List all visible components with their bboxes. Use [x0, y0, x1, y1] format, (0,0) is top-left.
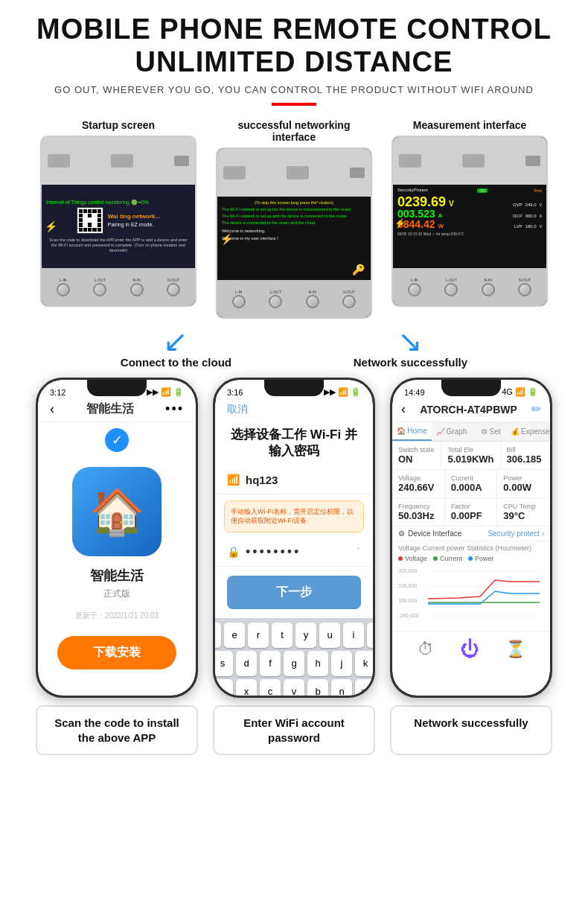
chart-title: Voltage Current power Statistics (Hourme…	[398, 544, 544, 552]
network-bottom-bar: L-IN L-OUT N-IN N-OUT	[217, 280, 371, 317]
kb-g[interactable]: g	[284, 651, 304, 676]
kb-n[interactable]: n	[331, 679, 352, 696]
knob-circle	[57, 283, 70, 296]
startup-bottom-bar: L-IN L-OUT N-IN N-OUT	[42, 268, 195, 305]
phone3-tab-set[interactable]: ⚙ Set	[471, 422, 511, 441]
security-protect-link[interactable]: Security protect ›	[488, 529, 544, 538]
phone3-network: 4G 📶 🔋	[502, 387, 538, 397]
kb-y[interactable]: y	[295, 623, 316, 648]
svg-text:300,000: 300,000	[398, 568, 417, 573]
startup-top-block1	[48, 154, 70, 168]
kb-m[interactable]: m	[355, 679, 373, 696]
kb-d[interactable]: d	[236, 651, 257, 676]
kb-row-3: ⇧ z x c v b n m ⌫	[217, 679, 371, 696]
current-cell: Current 0.000A	[445, 470, 498, 497]
kb-u[interactable]: u	[319, 623, 340, 648]
device-col-startup: Startup screen Internet of Things contro…	[36, 119, 200, 307]
phone3-chart-area: Voltage Current power Statistics (Hourme…	[392, 541, 550, 631]
knob-label: N-OUT	[519, 278, 531, 282]
phone1-app-name: 智能生活	[38, 567, 196, 585]
skip-text: (To skip this screen,long press the*+but…	[222, 200, 366, 205]
expense-tab-label: Expense	[521, 427, 550, 436]
welcome-2: Welcome to my user interface !	[222, 236, 366, 241]
network-device-frame: (To skip this screen,long press the*+but…	[216, 147, 372, 319]
factor-label: Factor	[451, 503, 491, 510]
hourglass-icon[interactable]: ⏳	[505, 640, 525, 659]
current-label: Current	[451, 474, 491, 482]
qr-c	[83, 228, 87, 232]
pw-toggle-icon[interactable]: ˅	[356, 546, 361, 558]
kb-i[interactable]: i	[343, 623, 364, 648]
set-tab-label: Set	[489, 427, 500, 436]
kb-w[interactable]: w	[215, 623, 221, 648]
sec-protect-row: SecurityProtect ON Print	[397, 188, 542, 194]
phone2-next-btn[interactable]: 下一步	[227, 576, 361, 609]
phone2-cancel-btn[interactable]: 取消	[227, 403, 248, 415]
qr-c	[88, 214, 92, 217]
qr-c	[98, 218, 101, 222]
factor-cell: Factor 0.00PF	[445, 498, 498, 526]
startup-right-text: Wai ting network... Pairing in EZ mode.	[108, 213, 160, 227]
watt-row: 0844.42 W LVP 180.0 V	[397, 219, 542, 229]
measure-top-area	[393, 137, 546, 184]
phone1-more-dots[interactable]: •••	[165, 401, 184, 417]
kb-row-2: a s d f g h j k l	[217, 651, 371, 676]
bottom-label-3: Network successfully	[399, 716, 543, 731]
kb-k[interactable]: k	[355, 651, 373, 676]
phone3-data-grid-2: Voltage 240.66V Current 0.000A Power 0.0…	[392, 470, 550, 498]
terminal-l-in2: L-IN	[232, 290, 246, 308]
kb-e[interactable]: e	[224, 623, 245, 648]
legend-voltage: Voltage	[398, 555, 427, 562]
phone1-wrapper: 3:12 ▶▶ 📶 🔋 ‹ 智能生活 ••• ✓ 🏠 智能生活 正式	[36, 378, 198, 698]
kb-f[interactable]: f	[260, 651, 281, 676]
kb-b[interactable]: b	[307, 679, 328, 696]
kb-c[interactable]: c	[260, 679, 281, 696]
phone1-header: ‹ 智能生活 •••	[38, 398, 196, 422]
kb-v[interactable]: v	[284, 679, 304, 696]
phone2-pw-dots[interactable]: ••••••••	[246, 544, 301, 560]
kb-r[interactable]: r	[248, 623, 269, 648]
kb-h[interactable]: h	[307, 651, 328, 676]
welcome-1: Welcome to networking.	[222, 229, 366, 233]
phone3-tab-graph[interactable]: 📈 Graph	[432, 422, 471, 441]
qr-c	[83, 223, 87, 226]
kb-s[interactable]: s	[215, 651, 233, 676]
phone1-back-arrow[interactable]: ‹	[50, 401, 54, 417]
phone1-badge-row: ✓	[38, 428, 196, 452]
phone1-download-btn[interactable]: 下载安装	[57, 636, 176, 669]
phone1-screen: 3:12 ▶▶ 📶 🔋 ‹ 智能生活 ••• ✓ 🏠 智能生活 正式	[38, 380, 196, 696]
ocp-val: 060.0	[525, 214, 537, 218]
lightning-icon3: ⚡	[394, 218, 406, 229]
qr-c	[88, 218, 92, 222]
phone3-tab-home[interactable]: 🏠 Home	[392, 422, 432, 441]
knob-circle	[342, 295, 356, 308]
kb-t[interactable]: t	[272, 623, 293, 648]
phone1-title: 智能生活	[86, 401, 134, 417]
device-interface-text: ⚙ Device Interface	[398, 529, 461, 538]
kb-o[interactable]: o	[367, 623, 373, 648]
qr-c	[79, 209, 83, 213]
iot-text: Internet of Things control monitoring 🟢━…	[46, 200, 148, 206]
terminal-n-in2: N-IN	[306, 290, 319, 308]
qr-c	[88, 223, 92, 226]
phone3-edit-icon[interactable]: ✏	[531, 402, 541, 416]
kb-j[interactable]: j	[331, 651, 352, 676]
timer-icon[interactable]: ⏱	[418, 640, 434, 659]
knob-label: N-IN	[485, 278, 492, 282]
voltage-dot	[398, 556, 403, 561]
kb-x[interactable]: x	[236, 679, 257, 696]
phone3-tabs: 🏠 Home 📈 Graph ⚙ Set 💰 Expense	[392, 422, 550, 442]
power-icon[interactable]: ⏻	[460, 637, 479, 661]
qr-c	[88, 209, 92, 213]
device-interface-row: ⚙ Device Interface Security protect ›	[392, 527, 550, 541]
frequency-value: 50.03Hz	[398, 510, 438, 521]
ovp-unit: V	[540, 203, 542, 207]
qr-c	[88, 228, 92, 232]
phone1-badge-circle: ✓	[105, 428, 129, 452]
phone3-tab-expense[interactable]: 💰 Expense	[511, 422, 550, 441]
knob-label: N-IN	[133, 278, 141, 282]
phone3-back-arrow[interactable]: ‹	[401, 401, 406, 417]
phone2-cancel-header: 取消	[215, 398, 373, 421]
home-tab-label: Home	[407, 427, 427, 435]
kb-z[interactable]: z	[215, 679, 233, 696]
